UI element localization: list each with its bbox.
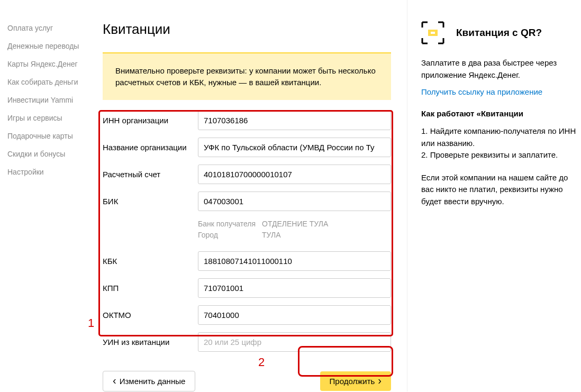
bank-info: Банк получателя Город ОТДЕЛЕНИЕ ТУЛА ТУЛ… xyxy=(198,218,391,241)
back-button-label: Изменить данные xyxy=(120,377,186,386)
inn-label: ИНН организации xyxy=(103,116,198,125)
sidebar-item-pay-services[interactable]: Оплата услуг xyxy=(7,19,87,37)
org-input[interactable] xyxy=(198,138,391,157)
uin-input[interactable] xyxy=(198,332,391,352)
continue-button[interactable]: Продолжить xyxy=(320,371,391,391)
bank-recipient-label: Банк получателя xyxy=(198,218,256,230)
back-button[interactable]: Изменить данные xyxy=(103,371,195,391)
kbk-label: КБК xyxy=(103,257,198,266)
org-label: Название организации xyxy=(103,143,198,152)
alert-check-requisites: Внимательно проверьте реквизиты: у компа… xyxy=(103,52,391,100)
inn-input[interactable] xyxy=(198,111,391,130)
sidebar-item-collect-money[interactable]: Как собирать деньги xyxy=(7,73,87,91)
oktmo-input[interactable] xyxy=(198,305,391,325)
qr-title: Квитанция с QR? xyxy=(456,27,542,39)
bik-input[interactable] xyxy=(198,192,391,211)
receipt-form: ИНН организации Название организации Рас… xyxy=(103,111,391,352)
bank-city-label: Город xyxy=(198,230,256,241)
chevron-left-icon xyxy=(113,377,116,386)
chevron-right-icon xyxy=(378,377,382,386)
aside-step-1: 1. Найдите компанию-получателя по ИНН ил… xyxy=(421,125,576,149)
account-input[interactable] xyxy=(198,165,391,184)
aside-step-2: 2. Проверьте реквизиты и заплатите. xyxy=(421,149,576,161)
page-title: Квитанции xyxy=(103,21,391,38)
sidebar-item-discounts-bonuses[interactable]: Скидки и бонусы xyxy=(7,145,87,163)
bank-city-value: ТУЛА xyxy=(262,230,328,241)
kpp-label: КПП xyxy=(103,284,198,293)
sidebar-item-money-transfers[interactable]: Денежные переводы xyxy=(7,37,87,55)
annotation-number-2: 2 xyxy=(258,355,265,369)
oktmo-label: ОКТМО xyxy=(103,311,198,320)
sidebar-item-yandex-cards[interactable]: Карты Яндекс.Денег xyxy=(7,55,87,73)
continue-button-label: Продолжить xyxy=(330,377,375,386)
uin-label: УИН из квитанции xyxy=(103,338,198,347)
aside-subtitle: Как работают «Квитанции xyxy=(421,109,576,118)
form-actions: Изменить данные Продолжить xyxy=(103,371,391,391)
kpp-input[interactable] xyxy=(198,278,391,298)
annotation-number-1: 1 xyxy=(88,316,94,330)
get-app-link[interactable]: Получить ссылку на приложение xyxy=(421,87,542,96)
aside-lead: Заплатите в два раза быстрее через прило… xyxy=(421,57,576,81)
qr-scan-icon xyxy=(421,21,444,44)
bik-label: БИК xyxy=(103,197,198,206)
kbk-input[interactable] xyxy=(198,251,391,271)
sidebar-item-games-services[interactable]: Игры и сервисы xyxy=(7,109,87,127)
bank-recipient-value: ОТДЕЛЕНИЕ ТУЛА xyxy=(262,218,328,230)
sidebar-item-gift-cards[interactable]: Подарочные карты xyxy=(7,127,87,145)
svg-rect-1 xyxy=(431,32,435,34)
main-content: Квитанции Внимательно проверьте реквизит… xyxy=(103,0,391,391)
aside-panel: Квитанция с QR? Заплатите в два раза быс… xyxy=(407,0,576,391)
sidebar-item-investments[interactable]: Инвестиции Yammi xyxy=(7,91,87,109)
sidebar-item-settings[interactable]: Настройки xyxy=(7,163,87,181)
aside-note: Если этой компании на нашем сайте до вас… xyxy=(421,172,576,208)
alert-text: Внимательно проверьте реквизиты: у компа… xyxy=(115,66,376,87)
account-label: Расчетный счет xyxy=(103,170,198,179)
sidebar: Оплата услуг Денежные переводы Карты Янд… xyxy=(7,0,87,391)
